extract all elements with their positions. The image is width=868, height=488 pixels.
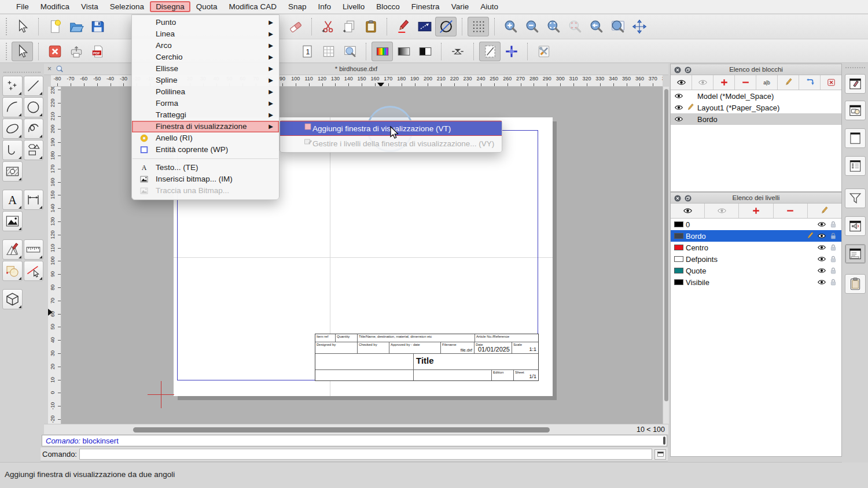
lock-toggle[interactable] [829, 220, 838, 229]
visibility-toggle[interactable] [817, 266, 826, 275]
menubar-item-modifica[interactable]: Modifica [35, 1, 75, 12]
layer-row[interactable]: Defpoints [671, 253, 841, 265]
paste-button[interactable] [360, 17, 381, 36]
lock-toggle[interactable] [829, 266, 838, 275]
panel-close-button[interactable] [674, 194, 682, 202]
menubar-item-seleziona[interactable]: Seleziona [104, 1, 150, 12]
menu-item-arco[interactable]: Arco▶ [132, 40, 279, 51]
lock-toggle[interactable] [829, 243, 838, 252]
polyline-tool-button[interactable] [2, 140, 23, 160]
save-button[interactable] [87, 17, 108, 36]
spline-tool-button[interactable] [24, 119, 44, 139]
menubar-item-vista[interactable]: Vista [75, 1, 104, 12]
blackwhite-button[interactable] [414, 42, 436, 61]
tools-button[interactable] [533, 42, 554, 61]
shapes-tool-button[interactable] [24, 140, 44, 160]
menubar-item-info[interactable]: Info [312, 1, 337, 12]
visibility-toggle[interactable] [817, 220, 826, 229]
eye-gray-button[interactable] [692, 75, 713, 90]
block-row[interactable]: Bordo [671, 113, 841, 125]
minus-button[interactable] [735, 75, 756, 90]
visibility-toggle[interactable] [674, 103, 683, 112]
block-row[interactable]: Layout1 (*Paper_Space) [671, 102, 841, 113]
hatch-tool-button[interactable] [2, 161, 23, 182]
visibility-toggle[interactable] [817, 231, 826, 241]
horizontal-scrollbar[interactable]: 10 < 100 [44, 424, 668, 434]
new-file-button[interactable] [44, 17, 65, 36]
ellipse-tool-button[interactable] [2, 119, 23, 139]
zoom-window-button[interactable] [607, 17, 628, 36]
xbox-button[interactable] [821, 75, 841, 90]
minus-button[interactable] [774, 204, 808, 218]
export-pdf-button[interactable]: PDF [87, 42, 108, 61]
block-row[interactable]: Model (*Model_Space) [671, 90, 841, 102]
arc-tool-button[interactable] [2, 97, 23, 117]
menubar-item-varie[interactable]: Varie [446, 1, 475, 12]
visibility-toggle[interactable] [817, 254, 826, 264]
copy-button[interactable] [339, 17, 360, 36]
pencil-button[interactable] [808, 204, 841, 218]
visibility-toggle[interactable] [674, 91, 683, 101]
eye-gray-button[interactable] [705, 204, 739, 218]
text-tool-button[interactable]: A [2, 190, 23, 210]
scrollbar-thumb[interactable] [133, 427, 550, 432]
zoom-out-button[interactable] [521, 17, 543, 36]
zoom-page-button[interactable] [339, 42, 361, 61]
menubar-item-quota[interactable]: Quota [190, 1, 223, 12]
grid-3x3-button[interactable] [318, 42, 339, 61]
panel-float-button[interactable] [684, 66, 692, 74]
palette-drag-handle[interactable] [3, 72, 41, 73]
zoom-in-button[interactable] [500, 17, 521, 36]
draw-pencil-button[interactable] [392, 17, 414, 36]
layer-row[interactable]: Centro [671, 242, 841, 253]
menu-item-testo-te[interactable]: ATesto... (TE) [132, 162, 279, 173]
grayscale-button[interactable] [393, 42, 414, 61]
refresh-button[interactable] [799, 75, 821, 90]
measure-button[interactable] [414, 17, 435, 36]
visibility-toggle[interactable] [817, 243, 826, 252]
menu-item-polilinea[interactable]: Polilinea▶ [132, 86, 279, 98]
crosshair-plus-button[interactable] [501, 42, 522, 61]
zoom-previous-button[interactable] [586, 17, 607, 36]
menubar-item-blocco[interactable]: Blocco [370, 1, 406, 12]
zoom-auto-button[interactable] [543, 17, 564, 36]
menu-item-linea[interactable]: Linea▶ [132, 28, 279, 40]
vertical-scrollbar[interactable] [663, 87, 669, 424]
pencil-button[interactable] [778, 75, 799, 90]
menu-item-entit-coprente-wp[interactable]: Entità coprente (WP) [132, 144, 279, 156]
command-input[interactable] [79, 449, 652, 460]
select-arrow-button[interactable] [12, 17, 33, 36]
menu-item-cerchio[interactable]: Cerchio▶ [132, 51, 279, 63]
history-scrollbar[interactable] [663, 437, 665, 445]
grid-dots-button[interactable] [468, 17, 489, 36]
menubar-item-aiuto[interactable]: Aiuto [475, 1, 504, 12]
speaker-page-dock-button[interactable] [845, 216, 866, 236]
circle-tool-button[interactable] [24, 97, 44, 117]
modify-tool-button[interactable] [2, 261, 23, 281]
zoom-pan-button[interactable] [628, 17, 650, 36]
shapes-page-dock-button[interactable] [845, 101, 866, 120]
solid-cube-tool-button[interactable] [2, 289, 23, 309]
mirror-vertical-button[interactable] [447, 42, 468, 61]
lock-toggle[interactable] [829, 254, 838, 264]
plus-button[interactable] [739, 204, 773, 218]
layer-row[interactable]: 0 [671, 219, 841, 230]
rainbow-button[interactable] [372, 42, 393, 61]
ruler-tool-button[interactable] [24, 239, 44, 260]
command-detach-button[interactable] [654, 449, 666, 460]
circle-slash-button[interactable] [435, 17, 457, 36]
lock-toggle[interactable] [829, 231, 838, 241]
dock-drag-handle[interactable] [845, 67, 865, 68]
menu-item-inserisci-bitmap-im[interactable]: Inserisci bitmap... (IM) [132, 173, 279, 185]
eye-button[interactable] [671, 204, 705, 218]
command-window-dock-button[interactable] [845, 244, 866, 264]
panel-float-button[interactable] [684, 194, 692, 202]
layer-row[interactable]: Visibile [671, 276, 841, 288]
points-tool-button[interactable] [2, 76, 23, 96]
page-1-button[interactable]: 1 [296, 42, 318, 61]
bitmap-tool-button[interactable] [2, 211, 23, 231]
layer-row[interactable]: Quote [671, 265, 841, 276]
menubar-item-finestra[interactable]: Finestra [406, 1, 446, 12]
menu-item-spline[interactable]: Spline▶ [132, 75, 279, 86]
list-page-dock-button[interactable] [845, 156, 866, 176]
